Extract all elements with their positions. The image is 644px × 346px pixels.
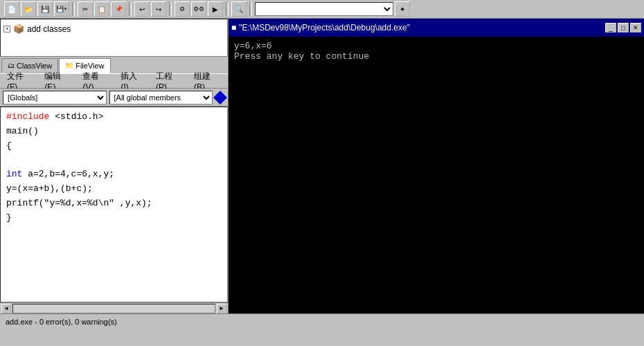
tree-expand-btn[interactable]: + [3,26,10,33]
cut-btn[interactable]: ✂ [78,1,93,17]
sep5 [249,2,252,16]
app-container: 📄 📂 💾 💾+ ✂ 📋 📌 ↩ ↪ ⚙ ⚙⚙ ▶ 🔍 ✦ [0,0,644,346]
redo-btn[interactable]: ↪ [151,1,166,17]
fileview-icon: 📁 [65,62,73,69]
console-minimize-btn[interactable]: _ [605,23,616,33]
console-body: y=6,x=6 Press any key to continue [229,37,644,313]
scroll-track[interactable] [12,304,215,313]
extra-btn[interactable]: ✦ [395,1,410,17]
sep4 [226,2,229,16]
run-btn[interactable]: ▶ [208,1,223,17]
status-bar: add.exe - 0 error(s), 0 warning(s) [0,313,644,329]
code-line-close-brace: } [6,211,222,226]
code-line-assign: y=(x=a+b),(b+c); [6,182,222,197]
console-title-bar: ■ "E:\MSDev98\MyProjects\add\Debug\add.e… [229,19,644,37]
sep1 [72,2,75,16]
paste-btn[interactable]: 📌 [111,1,126,17]
console-outer: ■ "E:\MSDev98\MyProjects\add\Debug\add.e… [229,19,644,313]
right-side: ■ "E:\MSDev98\MyProjects\add\Debug\add.e… [229,19,644,313]
console-maximize-btn[interactable]: □ [618,23,629,33]
code-line-blank [6,153,222,167]
bottom-scrollbar: ◄ ► [0,302,228,313]
tree-label: add classes [27,24,71,34]
code-editor[interactable]: #include <stdio.h> main() { int a=2,b=4,… [0,107,228,302]
find-btn[interactable]: 🔍 [231,1,247,17]
scroll-left-btn[interactable]: ◄ [1,304,11,313]
toolbar-combo[interactable] [255,2,393,16]
console-title-text: "E:\MSDev98\MyProjects\add\Debug\add.exe… [239,23,604,33]
console-output-line2: Press any key to continue [234,51,638,62]
new-btn[interactable]: 📄 [4,1,19,17]
undo-btn[interactable]: ↩ [134,1,150,17]
console-output-line1: y=6,x=6 [234,41,638,51]
tree-icon: 📦 [13,24,24,34]
members-dropdown[interactable]: [All global members [109,91,213,104]
save-btn[interactable]: 💾 [37,1,53,17]
console-control-buttons: _ □ ✕ [604,23,641,33]
left-side: + 📦 add classes 🗂 ClassView 📁 FileView 文 [0,19,229,313]
status-text: add.exe - 0 error(s), 0 warning(s) [6,318,117,326]
code-line-open-brace: { [6,139,222,154]
save-all-btn[interactable]: 💾+ [54,1,69,17]
menu-bar: 文件(F) 编辑(E) 查看(V) 插入(I) 工程(P) 组建(B) [0,73,228,89]
int-keyword: int [6,169,22,179]
code-line-int: int a=2,b=4,c=6,x,y; [6,167,222,182]
tree-item: + 📦 add classes [3,22,224,35]
build-btn[interactable]: ⚙ [175,1,190,17]
copy-btn[interactable]: 📋 [94,1,109,17]
dropdowns-row: [Globals] [All global members [0,89,228,107]
console-close-btn[interactable]: ✕ [630,23,641,33]
sep2 [129,2,132,16]
code-line-include: #include <stdio.h> [6,110,222,125]
toolbar-section: 📄 📂 💾 💾+ ✂ 📋 📌 ↩ ↪ ⚙ ⚙⚙ ▶ 🔍 ✦ [0,0,644,19]
open-btn[interactable]: 📂 [21,1,36,17]
code-line-main: main() [6,125,222,139]
content-area: + 📦 add classes 🗂 ClassView 📁 FileView 文 [0,19,644,313]
diamond-icon [213,91,227,104]
build-all-btn[interactable]: ⚙⚙ [191,1,206,17]
code-line-printf: printf("y=%d,x=%d\n" ,y,x); [6,197,222,211]
class-tree: + 📦 add classes [0,19,228,57]
globals-dropdown[interactable]: [Globals] [3,91,107,104]
console-title-icon: ■ [231,23,236,33]
classview-icon: 🗂 [8,62,15,69]
scroll-right-btn[interactable]: ► [217,304,226,313]
sep3 [169,2,172,16]
include-keyword: #include [6,111,49,122]
